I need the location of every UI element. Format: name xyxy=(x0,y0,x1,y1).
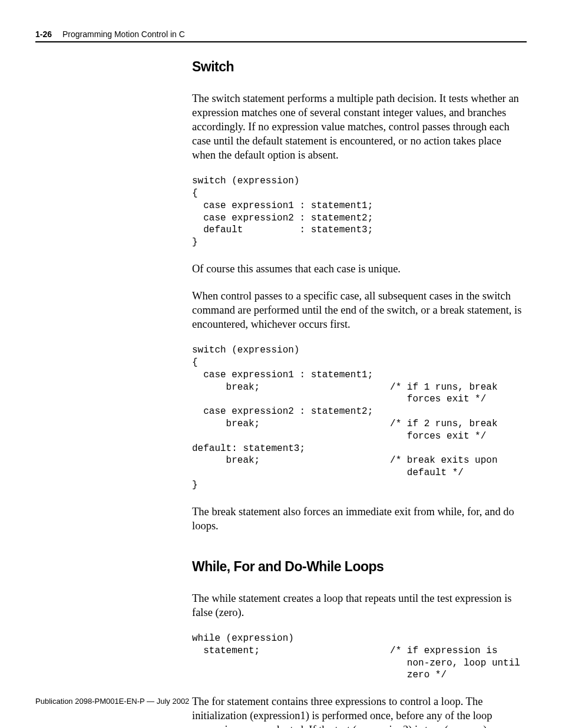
main-content: Switch The switch statement performs a m… xyxy=(192,59,522,728)
page-number: 1-26 xyxy=(35,29,52,39)
code-block: switch (expression) { case expression1 :… xyxy=(192,344,522,492)
header-title: Programming Motion Control in C xyxy=(62,29,185,39)
section-heading-loops: While, For and Do-While Loops xyxy=(192,559,522,575)
paragraph: Of course this assumes that each case is… xyxy=(192,262,522,276)
footer-publication: Publication 2098-PM001E-EN-P — July 2002 xyxy=(35,697,189,706)
page-header: 1-26 Programming Motion Control in C xyxy=(35,29,527,42)
paragraph: The break statement also forces an immed… xyxy=(192,505,522,533)
page: 1-26 Programming Motion Control in C Swi… xyxy=(0,0,562,728)
paragraph: The for statement contains three express… xyxy=(192,694,522,728)
paragraph: When control passes to a specific case, … xyxy=(192,289,522,331)
paragraph: The switch statement performs a multiple… xyxy=(192,91,522,162)
paragraph: The while statement creates a loop that … xyxy=(192,591,522,620)
code-block: switch (expression) { case expression1 :… xyxy=(192,175,522,249)
code-block: while (expression) statement; /* if expr… xyxy=(192,633,522,681)
section-heading-switch: Switch xyxy=(192,59,522,75)
